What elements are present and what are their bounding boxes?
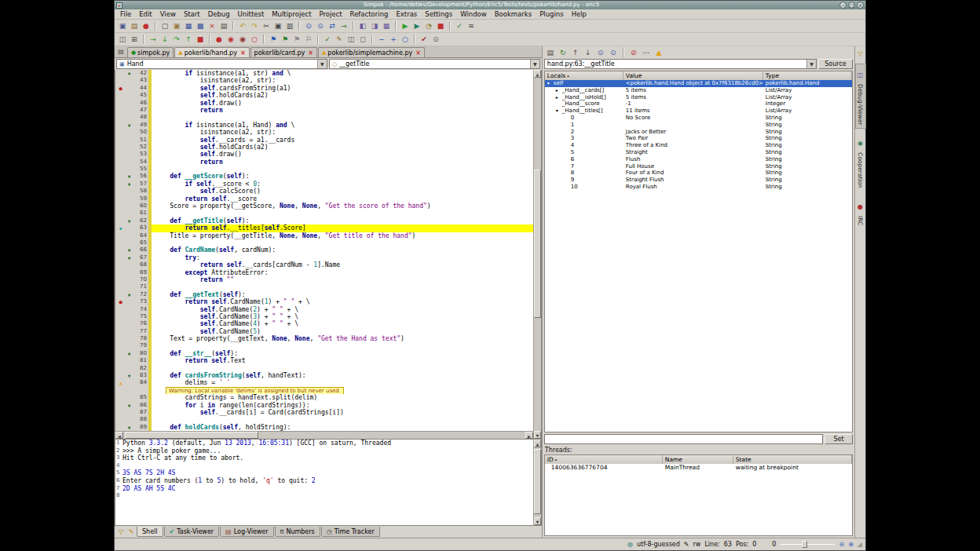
fold-icon[interactable]: ▼ <box>128 373 131 378</box>
menu-item-unittest[interactable]: Unittest <box>234 10 269 18</box>
fold-margin[interactable]: ▼ <box>126 246 133 254</box>
code-text[interactable]: self.calcScore() <box>152 188 533 195</box>
marker-margin[interactable] <box>115 283 126 290</box>
marker-margin[interactable] <box>115 261 126 268</box>
class-selector[interactable]: ▣ Hand ▼ <box>116 59 327 69</box>
replace-icon[interactable]: ⇄ <box>327 20 338 31</box>
marker-margin[interactable]: ● <box>115 85 126 92</box>
zoom-slider[interactable] <box>780 541 835 548</box>
fold-margin[interactable] <box>126 313 133 320</box>
tasks-icon[interactable]: ✎ <box>334 34 345 45</box>
vscroll-thumb[interactable] <box>534 170 541 318</box>
clear-breakpoints-icon[interactable]: ○ <box>249 34 260 45</box>
marker-margin[interactable] <box>115 77 126 84</box>
marker-margin[interactable] <box>115 328 126 335</box>
marker-margin[interactable]: ● <box>115 298 126 305</box>
fold-icon[interactable]: ▼ <box>128 403 131 408</box>
fold-margin[interactable] <box>126 298 133 305</box>
step-over-icon[interactable]: ↷ <box>171 34 182 45</box>
code-text[interactable]: Text = property(__getText, None, None, "… <box>152 335 533 342</box>
code-text[interactable]: def cardsFromString(self, handText): <box>152 372 533 379</box>
marker-margin[interactable] <box>115 357 126 364</box>
menu-item-project[interactable]: Project <box>316 10 346 18</box>
spell-check-icon[interactable]: ✔ <box>419 34 430 45</box>
locals-row[interactable]: 9Straight FlushString <box>545 177 852 184</box>
marker-margin[interactable] <box>115 254 126 261</box>
viewmanager-icon[interactable]: ◫ <box>117 34 128 45</box>
locals-row[interactable]: 7Full HouseString <box>545 163 852 170</box>
filter-locals-icon[interactable]: ⊙ <box>608 47 619 58</box>
fold-margin[interactable]: ▼ <box>126 181 133 188</box>
code-text[interactable]: self.CardName(5) <box>152 328 533 335</box>
zoom-out-icon[interactable]: ⊖ <box>839 541 844 548</box>
fold-margin[interactable] <box>126 283 133 290</box>
open-project-icon[interactable]: ◨ <box>369 20 380 31</box>
marker-margin[interactable] <box>115 188 126 195</box>
code-text[interactable]: return "" <box>152 276 533 283</box>
zoom-out-icon[interactable]: − <box>376 34 387 45</box>
code-text[interactable]: self.draw() <box>152 151 533 158</box>
fold-margin[interactable] <box>126 342 133 349</box>
fold-margin[interactable] <box>126 85 133 92</box>
save-icon[interactable]: ▦ <box>183 20 194 31</box>
threads-column-state[interactable]: State <box>733 455 852 464</box>
fold-margin[interactable] <box>126 261 133 268</box>
marker-margin[interactable] <box>115 269 126 276</box>
fold-margin[interactable]: ▼ <box>126 350 133 357</box>
code-text[interactable]: return <box>152 159 533 166</box>
code-text[interactable] <box>152 114 533 121</box>
new-window-icon[interactable]: ▣ <box>117 20 128 31</box>
marker-margin[interactable] <box>115 92 126 99</box>
locals-row[interactable]: 10Royal FlushString <box>545 184 852 191</box>
new-project-icon[interactable]: ◧ <box>357 20 368 31</box>
titlebar[interactable]: e Simpok - /home/detlev/Development/Pyth… <box>115 1 865 9</box>
fold-margin[interactable]: ▼ <box>126 372 133 379</box>
threads-column-name[interactable]: Name <box>663 455 733 464</box>
marker-margin[interactable] <box>115 342 126 349</box>
fold-margin[interactable] <box>126 137 133 144</box>
right-tab-debug-viewer[interactable]: ◫Debug-Viewer <box>855 64 866 129</box>
cut-icon[interactable]: ✂ <box>261 20 272 31</box>
code-text[interactable]: return <box>152 107 533 114</box>
marker-margin[interactable] <box>115 335 126 342</box>
collapse-icon[interactable]: ▾ <box>556 108 562 115</box>
fold-margin[interactable] <box>126 210 133 217</box>
preferences-icon[interactable]: ≡ <box>466 20 477 31</box>
fold-icon[interactable]: ▼ <box>128 218 131 224</box>
editor-tab[interactable]: ●simpok.py <box>127 47 174 57</box>
locals-row[interactable]: ▸_Hand__cards[]5 itemsList/Array <box>545 87 852 94</box>
marker-margin[interactable] <box>115 114 126 121</box>
fold-icon[interactable]: ▼ <box>128 122 131 128</box>
marker-margin[interactable] <box>115 409 126 416</box>
copy-icon[interactable]: ▣ <box>272 20 283 31</box>
remove-split-icon[interactable]: ◻ <box>357 34 368 45</box>
shell-panel[interactable]: 1Python 3.3.2 (default, Jun 13 2013, 16:… <box>115 440 542 526</box>
fold-icon[interactable]: ▼ <box>128 71 131 76</box>
code-text[interactable] <box>152 283 533 290</box>
stop-debug-icon[interactable]: ■ <box>195 34 206 45</box>
filter-icon[interactable]: ▽ <box>116 527 126 537</box>
step-out-icon[interactable]: ↑ <box>183 34 194 45</box>
bottom-tab-shell[interactable]: Shell <box>137 527 163 537</box>
source-button[interactable]: Source <box>818 59 853 69</box>
fold-margin[interactable] <box>126 129 133 136</box>
locals-row[interactable]: 4Three of a KindString <box>545 142 852 149</box>
fold-margin[interactable]: ▼ <box>126 173 133 180</box>
tab-list-icon[interactable]: ▤ <box>116 48 126 57</box>
profile-script-icon[interactable]: ◔ <box>423 20 434 31</box>
locals-column-value[interactable]: Value <box>623 71 763 80</box>
vscroll-thumb[interactable] <box>534 449 541 515</box>
toggle-breakpoint-icon[interactable]: ● <box>214 34 225 45</box>
fold-icon[interactable]: ▼ <box>128 181 131 187</box>
print-icon[interactable]: ▤ <box>218 20 229 31</box>
toggle-bookmark-icon[interactable]: ⚑ <box>268 34 279 45</box>
zoom-slider-thumb[interactable] <box>802 541 807 548</box>
menu-item-view[interactable]: View <box>156 10 180 18</box>
open-file-icon[interactable]: ▣ <box>171 20 182 31</box>
bottom-tab-time-tracker[interactable]: ◷Time Tracker <box>321 527 380 537</box>
locals-row[interactable]: _Hand__score-1Integer <box>545 100 852 108</box>
save-project-icon[interactable]: ▦ <box>381 20 392 31</box>
locals-row[interactable]: 1String <box>545 122 852 129</box>
code-text[interactable] <box>152 210 533 217</box>
fold-margin[interactable] <box>126 306 133 313</box>
